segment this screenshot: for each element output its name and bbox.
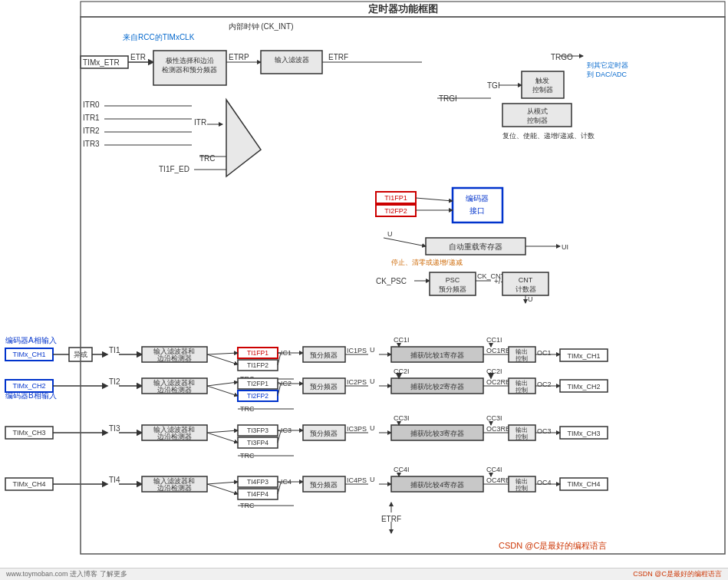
- svg-text:ETRP: ETRP: [229, 53, 249, 61]
- svg-text:OC3: OC3: [537, 427, 552, 435]
- circuit-diagram: 定时器功能框图 内部时钟 (CK_INT) 来自RCC的TIMxCLK TIMx…: [0, 0, 728, 568]
- svg-text:编码器: 编码器: [466, 194, 489, 203]
- svg-text:TI4FP4: TI4FP4: [247, 490, 268, 498]
- svg-text:CC4I: CC4I: [486, 466, 502, 473]
- svg-text:TIMx_CH3: TIMx_CH3: [12, 429, 45, 437]
- svg-text:ITR2: ITR2: [83, 127, 100, 135]
- svg-text:到其它定时器: 到其它定时器: [587, 61, 628, 69]
- svg-text:CC1I: CC1I: [486, 336, 502, 344]
- svg-text:TI3FP4: TI3FP4: [247, 439, 268, 447]
- footer-credit: CSDN @C是最好的编程语言: [633, 569, 722, 579]
- svg-text:CC3I: CC3I: [394, 414, 410, 422]
- svg-text:边沿检测器: 边沿检测器: [157, 354, 192, 362]
- svg-text:CC2I: CC2I: [486, 367, 502, 375]
- svg-text:输出: 输出: [516, 348, 528, 355]
- svg-text:IC4PS: IC4PS: [347, 476, 367, 484]
- svg-text:U: U: [370, 346, 375, 354]
- svg-text:TIMx_CH2: TIMx_CH2: [567, 383, 600, 391]
- svg-text:TI1FP1: TI1FP1: [247, 349, 268, 357]
- svg-text:控制: 控制: [516, 433, 528, 440]
- svg-text:检测器和预分频器: 检测器和预分频器: [162, 66, 217, 74]
- svg-text:IC3PS: IC3PS: [347, 425, 367, 433]
- svg-text:TGI: TGI: [487, 81, 500, 90]
- svg-text:到 DAC/ADC: 到 DAC/ADC: [587, 71, 628, 78]
- svg-text:边沿检测器: 边沿检测器: [157, 386, 192, 394]
- svg-text:输出: 输出: [516, 380, 528, 387]
- svg-text:IC1PS: IC1PS: [347, 347, 367, 354]
- svg-text:停止、清零或递增/递减: 停止、清零或递增/递减: [391, 259, 463, 266]
- svg-text:TIMx_ETR: TIMx_ETR: [83, 58, 120, 67]
- svg-text:触发: 触发: [535, 77, 549, 84]
- svg-text:控制: 控制: [516, 485, 528, 492]
- svg-text:边沿检测器: 边沿检测器: [157, 433, 192, 440]
- svg-text:U: U: [370, 377, 375, 385]
- svg-text:CC4I: CC4I: [394, 466, 410, 473]
- main-container: 定时器功能框图 内部时钟 (CK_INT) 来自RCC的TIMxCLK TIMx…: [0, 0, 728, 580]
- svg-text:OC4: OC4: [537, 479, 552, 486]
- diagram-area: 定时器功能框图 内部时钟 (CK_INT) 来自RCC的TIMxCLK TIMx…: [0, 0, 728, 568]
- svg-text:TI2: TI2: [109, 377, 120, 386]
- svg-text:+/-: +/-: [494, 277, 503, 285]
- svg-text:捕获/比较3寄存器: 捕获/比较3寄存器: [410, 430, 465, 437]
- svg-text:输出: 输出: [516, 427, 528, 433]
- svg-text:ETRF: ETRF: [328, 53, 348, 61]
- svg-text:CK_PSC: CK_PSC: [376, 277, 407, 285]
- svg-text:接口: 接口: [469, 206, 485, 215]
- svg-text:捕获/比较2寄存器: 捕获/比较2寄存器: [410, 383, 465, 391]
- svg-text:U: U: [387, 230, 393, 238]
- svg-text:ITR1: ITR1: [83, 114, 100, 122]
- svg-text:预分频器: 预分频器: [439, 285, 466, 293]
- svg-text:TIMx_CH1: TIMx_CH1: [567, 352, 600, 360]
- svg-text:编码器A相输入: 编码器A相输入: [5, 336, 57, 344]
- svg-text:U: U: [370, 476, 375, 483]
- svg-text:输入滤波器: 输入滤波器: [275, 56, 309, 64]
- svg-text:ITR: ITR: [194, 118, 206, 127]
- svg-text:TIMx_CH4: TIMx_CH4: [567, 480, 600, 488]
- svg-rect-52: [453, 188, 502, 222]
- svg-text:内部时钟 (CK_INT): 内部时钟 (CK_INT): [229, 22, 294, 31]
- svg-text:定时器功能框图: 定时器功能框图: [367, 3, 438, 15]
- svg-text:控制: 控制: [516, 387, 528, 394]
- svg-text:TI2FP1: TI2FP1: [247, 380, 268, 387]
- svg-text:PSC: PSC: [446, 276, 460, 284]
- svg-text:TIMx_CH3: TIMx_CH3: [567, 430, 600, 437]
- svg-text:从模式: 从模式: [527, 107, 548, 115]
- svg-text:预分频器: 预分频器: [310, 383, 338, 391]
- svg-text:OC1: OC1: [537, 349, 552, 357]
- footer-url: www.toymoban.com 进入博客 了解更多: [6, 569, 127, 579]
- svg-text:U: U: [370, 424, 375, 432]
- svg-text:捕获/比较4寄存器: 捕获/比较4寄存器: [410, 481, 465, 489]
- svg-text:控制器: 控制器: [527, 117, 548, 124]
- svg-text:TIMx_CH1: TIMx_CH1: [12, 351, 45, 358]
- svg-text:TI2FP2: TI2FP2: [384, 207, 407, 215]
- svg-text:极性选择和边沿: 极性选择和边沿: [165, 57, 214, 64]
- svg-text:CSDN @C是最好的编程语言: CSDN @C是最好的编程语言: [499, 541, 607, 550]
- svg-text:预分频器: 预分频器: [310, 481, 338, 489]
- svg-text:编码器B相输入: 编码器B相输入: [5, 391, 57, 400]
- svg-text:UI: UI: [562, 243, 568, 251]
- svg-text:ETR: ETR: [130, 53, 146, 61]
- svg-text:IC2PS: IC2PS: [347, 378, 367, 386]
- svg-text:TI3: TI3: [109, 424, 120, 433]
- svg-text:自动重载寄存器: 自动重载寄存器: [449, 242, 502, 251]
- svg-text:TI2FP2: TI2FP2: [247, 392, 268, 400]
- svg-text:TI4: TI4: [109, 476, 120, 484]
- svg-text:CC1I: CC1I: [394, 336, 410, 344]
- svg-text:CC2I: CC2I: [394, 367, 410, 375]
- svg-rect-36: [522, 71, 564, 98]
- svg-text:TIMx_CH2: TIMx_CH2: [12, 382, 45, 390]
- svg-text:TI3FP3: TI3FP3: [247, 427, 268, 434]
- svg-text:控制: 控制: [516, 355, 528, 362]
- svg-text:TI1: TI1: [109, 346, 120, 354]
- svg-text:复位、使能、递增/递减、计数: 复位、使能、递增/递减、计数: [502, 132, 595, 140]
- svg-text:捕获/比较1寄存器: 捕获/比较1寄存器: [410, 351, 465, 359]
- svg-text:预分频器: 预分频器: [310, 351, 338, 359]
- svg-text:ITR0: ITR0: [83, 101, 100, 109]
- svg-text:TI1FP2: TI1FP2: [247, 361, 268, 369]
- svg-text:输出: 输出: [516, 478, 528, 485]
- svg-text:TI1F_ED: TI1F_ED: [159, 165, 189, 173]
- svg-text:边沿检测器: 边沿检测器: [157, 484, 192, 492]
- svg-text:TI1FP1: TI1FP1: [384, 194, 407, 202]
- svg-text:TIMx_CH4: TIMx_CH4: [12, 480, 45, 488]
- footer-bar: www.toymoban.com 进入博客 了解更多 CSDN @C是最好的编程…: [0, 568, 728, 580]
